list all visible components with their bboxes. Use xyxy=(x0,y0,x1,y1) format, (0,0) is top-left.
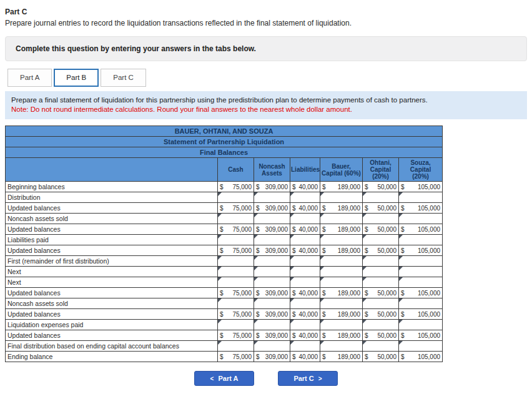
input-cell-ohtani-capital[interactable] xyxy=(363,341,399,352)
cell-amount: 40,000 xyxy=(298,332,318,339)
input-cell-ohtani-capital[interactable] xyxy=(363,235,399,245)
column-header-row: CashNoncashAssetsLiabilitiesBauer,Capita… xyxy=(6,158,443,182)
input-cell-cash[interactable] xyxy=(218,341,254,352)
input-cell-noncash-assets[interactable] xyxy=(254,267,290,277)
input-cell-souza-capital[interactable] xyxy=(399,267,443,277)
table-row: Next xyxy=(6,277,443,288)
value-cell-noncash-assets: $309,000 xyxy=(254,309,290,320)
input-cell-ohtani-capital[interactable] xyxy=(363,277,399,288)
value-cell-noncash-assets: $309,000 xyxy=(254,224,290,235)
input-cell-liabilities[interactable] xyxy=(290,298,320,309)
nav-buttons: < Part A Part C > xyxy=(5,371,527,386)
input-cell-bauer-capital[interactable] xyxy=(320,235,363,245)
value-cell-souza-capital: $105,000 xyxy=(399,288,443,298)
currency-symbol: $ xyxy=(365,226,368,233)
input-cell-cash[interactable] xyxy=(218,277,254,288)
input-cell-bauer-capital[interactable] xyxy=(320,192,363,203)
title-row-final: Final Balances xyxy=(6,147,443,158)
currency-symbol: $ xyxy=(365,290,368,297)
currency-symbol: $ xyxy=(322,332,326,339)
next-part-button[interactable]: Part C > xyxy=(278,371,338,386)
input-cell-noncash-assets[interactable] xyxy=(254,277,290,288)
tab-part-c[interactable]: Part C xyxy=(101,69,146,87)
input-cell-cash[interactable] xyxy=(218,256,254,267)
table-row: Beginning balances$75,000$309,000$40,000… xyxy=(6,182,443,192)
input-cell-cash[interactable] xyxy=(218,267,254,277)
value-cell-souza-capital: $105,000 xyxy=(399,330,443,341)
input-cell-noncash-assets[interactable] xyxy=(254,235,290,245)
currency-symbol: $ xyxy=(365,332,368,339)
value-cell-bauer-capital: $189,000 xyxy=(320,330,363,341)
input-cell-souza-capital[interactable] xyxy=(399,214,443,224)
value-cell-cash: $75,000 xyxy=(218,309,254,320)
input-cell-noncash-assets[interactable] xyxy=(254,256,290,267)
input-cell-liabilities[interactable] xyxy=(290,320,320,330)
input-cell-noncash-assets[interactable] xyxy=(254,192,290,203)
cell-amount: 309,000 xyxy=(265,247,288,254)
input-cell-souza-capital[interactable] xyxy=(399,256,443,267)
input-cell-cash[interactable] xyxy=(218,298,254,309)
input-cell-ohtani-capital[interactable] xyxy=(363,320,399,330)
input-cell-bauer-capital[interactable] xyxy=(320,298,363,309)
tab-bar: Part APart BPart C xyxy=(7,69,527,87)
input-cell-souza-capital[interactable] xyxy=(399,235,443,245)
input-cell-liabilities[interactable] xyxy=(290,341,320,352)
input-cell-liabilities[interactable] xyxy=(290,277,320,288)
input-cell-bauer-capital[interactable] xyxy=(320,267,363,277)
input-cell-ohtani-capital[interactable] xyxy=(363,256,399,267)
input-cell-souza-capital[interactable] xyxy=(399,320,443,330)
cell-amount: 105,000 xyxy=(418,290,440,297)
input-cell-noncash-assets[interactable] xyxy=(254,214,290,224)
input-cell-bauer-capital[interactable] xyxy=(320,256,363,267)
input-cell-ohtani-capital[interactable] xyxy=(363,298,399,309)
table-row: Updated balances$75,000$309,000$40,000$1… xyxy=(6,224,443,235)
input-cell-bauer-capital[interactable] xyxy=(320,277,363,288)
table-row: Noncash assets sold xyxy=(6,214,443,224)
value-cell-bauer-capital: $189,000 xyxy=(320,352,363,362)
input-cell-bauer-capital[interactable] xyxy=(320,341,363,352)
input-cell-liabilities[interactable] xyxy=(290,235,320,245)
value-cell-liabilities: $40,000 xyxy=(290,182,320,192)
tab-part-b[interactable]: Part B xyxy=(54,69,99,87)
cell-amount: 309,000 xyxy=(265,353,288,360)
table-row: Ending balance$75,000$309,000$40,000$189… xyxy=(6,352,443,362)
input-cell-ohtani-capital[interactable] xyxy=(363,192,399,203)
input-cell-liabilities[interactable] xyxy=(290,267,320,277)
input-cell-souza-capital[interactable] xyxy=(399,192,443,203)
row-label: Ending balance xyxy=(6,352,218,362)
input-cell-liabilities[interactable] xyxy=(290,192,320,203)
row-label: Updated balances xyxy=(6,203,218,214)
table-row: Noncash assets sold xyxy=(6,298,443,309)
tab-part-a[interactable]: Part A xyxy=(7,69,52,87)
currency-symbol: $ xyxy=(292,353,296,360)
cell-amount: 105,000 xyxy=(418,226,440,233)
value-cell-cash: $75,000 xyxy=(218,288,254,298)
input-cell-cash[interactable] xyxy=(218,235,254,245)
cell-amount: 40,000 xyxy=(298,205,318,212)
input-cell-ohtani-capital[interactable] xyxy=(363,267,399,277)
input-cell-cash[interactable] xyxy=(218,320,254,330)
input-cell-noncash-assets[interactable] xyxy=(254,320,290,330)
input-cell-souza-capital[interactable] xyxy=(399,298,443,309)
input-cell-noncash-assets[interactable] xyxy=(254,298,290,309)
column-header-empty xyxy=(6,158,218,182)
chevron-right-icon: > xyxy=(318,375,322,382)
table-row: Updated balances$75,000$309,000$40,000$1… xyxy=(6,330,443,341)
input-cell-bauer-capital[interactable] xyxy=(320,214,363,224)
input-cell-ohtani-capital[interactable] xyxy=(363,214,399,224)
input-cell-souza-capital[interactable] xyxy=(399,341,443,352)
value-cell-liabilities: $40,000 xyxy=(290,330,320,341)
input-cell-cash[interactable] xyxy=(218,192,254,203)
cell-amount: 189,000 xyxy=(338,226,360,233)
input-cell-noncash-assets[interactable] xyxy=(254,341,290,352)
value-cell-liabilities: $40,000 xyxy=(290,245,320,256)
input-cell-cash[interactable] xyxy=(218,214,254,224)
input-cell-bauer-capital[interactable] xyxy=(320,320,363,330)
cell-amount: 189,000 xyxy=(338,247,360,254)
input-cell-souza-capital[interactable] xyxy=(399,277,443,288)
input-cell-liabilities[interactable] xyxy=(290,214,320,224)
row-label: Liabilities paid xyxy=(6,235,218,245)
prev-part-button[interactable]: < Part A xyxy=(194,371,254,386)
input-cell-liabilities[interactable] xyxy=(290,256,320,267)
note-line-2: Note: Do not round intermediate calculat… xyxy=(11,105,521,114)
